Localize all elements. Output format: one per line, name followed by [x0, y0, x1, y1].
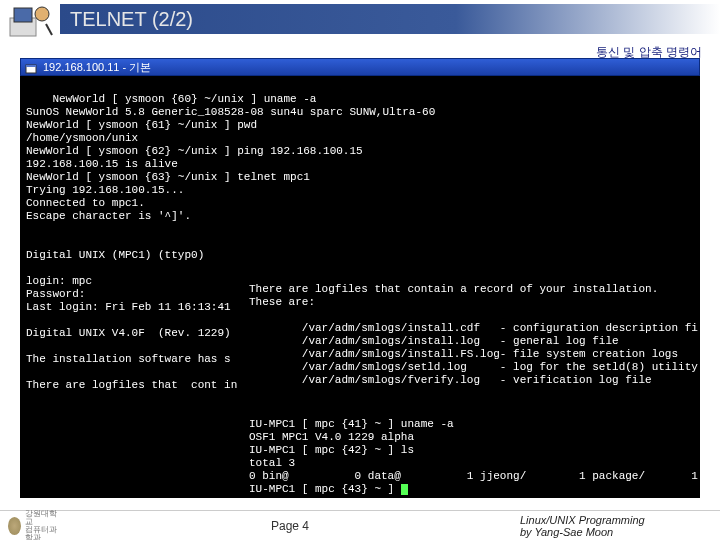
- terminal-system-icon: [25, 61, 37, 73]
- footer-right: Linux/UNIX Programming by Yang-Sae Moon: [520, 514, 720, 538]
- svg-rect-5: [26, 65, 36, 67]
- terminal-titlebar[interactable]: 192.168.100.11 - 기본: [20, 58, 700, 76]
- page-number: Page 4: [60, 519, 520, 533]
- footer-left: 강원대학교 컴퓨터과학과: [0, 510, 60, 541]
- terminal-overlay-logs: There are logfiles that contain a record…: [245, 281, 700, 389]
- terminal-title: 192.168.100.11 - 기본: [43, 60, 151, 75]
- terminal-cursor: [401, 484, 408, 495]
- slide-footer: 강원대학교 컴퓨터과학과 Page 4 Linux/UNIX Programmi…: [0, 510, 720, 540]
- speaker-icon: [6, 0, 56, 40]
- university-logo-icon: [8, 517, 21, 535]
- svg-point-2: [35, 7, 49, 21]
- course-title: Linux/UNIX Programming: [520, 514, 708, 526]
- terminal-body[interactable]: NewWorld [ ysmoon {60} ~/unix ] uname -a…: [20, 76, 700, 498]
- svg-line-3: [46, 24, 52, 35]
- terminal-overlay-session: IU-MPC1 [ mpc {41} ~ ] uname -a OSF1 MPC…: [245, 416, 700, 498]
- author-name: by Yang-Sae Moon: [520, 526, 708, 538]
- terminal-window: 192.168.100.11 - 기본 NewWorld [ ysmoon {6…: [20, 58, 700, 498]
- slide-header: TELNET (2/2): [0, 0, 720, 42]
- university-name: 강원대학교: [25, 510, 60, 526]
- title-bar: TELNET (2/2): [60, 4, 720, 34]
- slide-title: TELNET (2/2): [70, 8, 193, 31]
- department-name: 컴퓨터과학과: [25, 526, 60, 541]
- svg-rect-1: [14, 8, 32, 22]
